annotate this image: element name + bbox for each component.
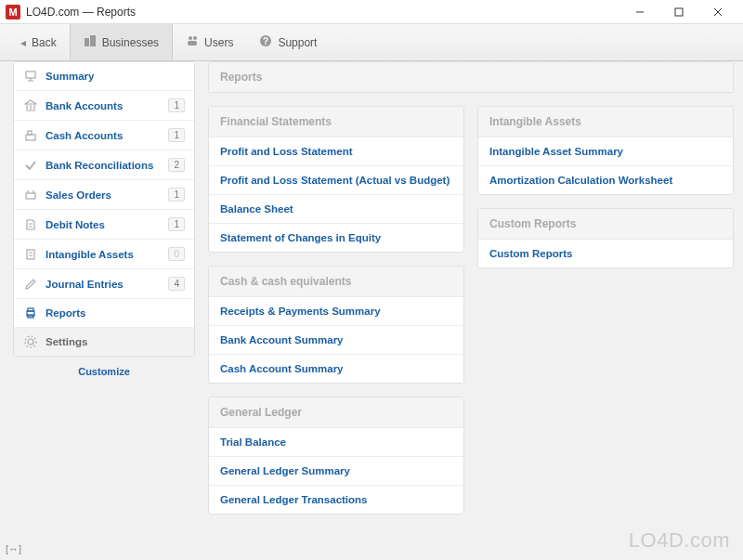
content-area: Summary Bank Accounts 1 Cash Accounts 1 … bbox=[0, 61, 743, 560]
sidebar-badge: 0 bbox=[168, 247, 185, 261]
sidebar-item-intangible-assets[interactable]: Intangible Assets 0 bbox=[14, 240, 194, 269]
users-icon bbox=[186, 34, 199, 50]
svg-rect-11 bbox=[26, 72, 35, 78]
sidebar-item-label: Summary bbox=[46, 71, 94, 82]
presentation-icon bbox=[23, 70, 38, 83]
sidebar-badge: 4 bbox=[168, 277, 185, 291]
sidebar-item-label: Debit Notes bbox=[46, 219, 105, 230]
sidebar-item-reports[interactable]: Reports bbox=[14, 299, 194, 328]
sidebar-item-debit-notes[interactable]: Debit Notes 1 bbox=[14, 210, 194, 240]
panel-custom-reports: Custom Reports Custom Reports bbox=[477, 208, 734, 268]
pencil-icon bbox=[23, 278, 38, 291]
printer-icon bbox=[23, 306, 38, 319]
sidebar-item-label: Reports bbox=[46, 307, 85, 319]
report-link[interactable]: Balance Sheet bbox=[209, 195, 463, 224]
titlebar: M LO4D.com — Reports bbox=[0, 0, 743, 24]
report-link[interactable]: Bank Account Summary bbox=[209, 326, 463, 355]
svg-point-33 bbox=[25, 336, 36, 347]
window-title: LO4D.com — Reports bbox=[26, 6, 136, 19]
sidebar-badge: 1 bbox=[168, 217, 185, 231]
main-panel: Reports Financial Statements Profit and … bbox=[195, 61, 743, 560]
svg-point-32 bbox=[28, 339, 33, 345]
sidebar-badge: 1 bbox=[168, 188, 185, 202]
panel-title: Financial Statements bbox=[209, 107, 463, 137]
check-icon bbox=[23, 159, 38, 172]
panel-title: Custom Reports bbox=[478, 209, 733, 240]
sidebar-badge: 1 bbox=[168, 98, 185, 112]
svg-rect-5 bbox=[90, 35, 96, 46]
customize-link[interactable]: Customize bbox=[13, 357, 195, 386]
svg-rect-26 bbox=[27, 250, 34, 259]
report-link[interactable]: Cash Account Summary bbox=[209, 355, 463, 383]
report-link[interactable]: Intangible Asset Summary bbox=[478, 137, 733, 166]
toolbar: ◂ Back Businesses Users ? Support bbox=[0, 24, 743, 61]
sidebar-item-label: Intangible Assets bbox=[46, 249, 134, 260]
sidebar-item-label: Settings bbox=[46, 336, 87, 347]
tab-businesses[interactable]: Businesses bbox=[70, 24, 173, 60]
sidebar-item-label: Bank Accounts bbox=[46, 100, 123, 111]
report-link[interactable]: Amortization Calculation Worksheet bbox=[478, 166, 733, 194]
svg-rect-30 bbox=[28, 308, 33, 311]
svg-rect-21 bbox=[26, 193, 35, 199]
chevron-left-icon: ◂ bbox=[20, 36, 26, 49]
panel-reports-header: Reports bbox=[208, 61, 734, 93]
sidebar-badge: 2 bbox=[168, 158, 185, 172]
sidebar-item-label: Cash Accounts bbox=[46, 130, 123, 141]
sidebar-item-cash-accounts[interactable]: Cash Accounts 1 bbox=[14, 121, 194, 150]
report-link[interactable]: Trial Balance bbox=[209, 428, 463, 457]
panel-cash-equivalents: Cash & cash equivalents Receipts & Payme… bbox=[208, 266, 464, 384]
panel-title: Intangible Assets bbox=[478, 107, 733, 137]
tab-support[interactable]: ? Support bbox=[246, 24, 330, 60]
svg-marker-14 bbox=[25, 100, 36, 104]
expand-icon[interactable]: [↔] bbox=[6, 543, 21, 554]
sidebar-item-label: Journal Entries bbox=[46, 279, 124, 290]
sidebar-item-summary[interactable]: Summary bbox=[14, 62, 194, 91]
svg-rect-4 bbox=[85, 38, 89, 46]
report-link[interactable]: Custom Reports bbox=[478, 240, 733, 267]
bank-icon bbox=[23, 99, 38, 112]
panel-title: Reports bbox=[209, 62, 733, 92]
buildings-icon bbox=[84, 34, 97, 50]
back-button[interactable]: ◂ Back bbox=[7, 24, 70, 60]
sidebar-item-bank-reconciliations[interactable]: Bank Reconciliations 2 bbox=[14, 150, 194, 180]
document-icon bbox=[23, 248, 38, 261]
sidebar: Summary Bank Accounts 1 Cash Accounts 1 … bbox=[0, 61, 195, 560]
report-link[interactable]: General Ledger Transactions bbox=[209, 486, 463, 514]
cash-register-icon bbox=[23, 129, 38, 142]
app-icon: M bbox=[6, 5, 20, 20]
sidebar-item-settings[interactable]: Settings bbox=[14, 328, 194, 356]
panel-financial-statements: Financial Statements Profit and Loss Sta… bbox=[208, 106, 464, 253]
minimize-button[interactable] bbox=[620, 1, 659, 23]
sidebar-badge: 1 bbox=[168, 128, 185, 142]
sidebar-item-sales-orders[interactable]: Sales Orders 1 bbox=[14, 180, 194, 210]
svg-point-6 bbox=[189, 36, 192, 40]
report-link[interactable]: Profit and Loss Statement (Actual vs Bud… bbox=[209, 166, 463, 195]
report-link[interactable]: General Ledger Summary bbox=[209, 457, 463, 486]
report-link[interactable]: Receipts & Payments Summary bbox=[209, 297, 463, 326]
sidebar-navlist: Summary Bank Accounts 1 Cash Accounts 1 … bbox=[13, 61, 195, 357]
svg-point-7 bbox=[193, 36, 197, 40]
gear-icon bbox=[23, 335, 38, 348]
svg-rect-1 bbox=[675, 8, 683, 16]
panel-general-ledger: General Ledger Trial Balance General Led… bbox=[208, 397, 464, 514]
close-button[interactable] bbox=[698, 1, 737, 23]
tab-support-label: Support bbox=[278, 36, 317, 49]
svg-rect-20 bbox=[28, 131, 32, 135]
maximize-button[interactable] bbox=[659, 1, 698, 23]
report-link[interactable]: Profit and Loss Statement bbox=[209, 137, 463, 166]
tab-users-label: Users bbox=[204, 36, 233, 49]
svg-rect-19 bbox=[26, 135, 35, 140]
panel-title: General Ledger bbox=[209, 397, 463, 428]
panel-title: Cash & cash equivalents bbox=[209, 267, 463, 297]
sidebar-item-journal-entries[interactable]: Journal Entries 4 bbox=[14, 269, 194, 299]
sidebar-item-bank-accounts[interactable]: Bank Accounts 1 bbox=[14, 91, 194, 121]
sidebar-item-label: Sales Orders bbox=[46, 189, 111, 201]
report-link[interactable]: Statement of Changes in Equity bbox=[209, 224, 463, 252]
back-label: Back bbox=[32, 36, 57, 49]
svg-rect-8 bbox=[188, 41, 197, 46]
sidebar-item-label: Bank Reconciliations bbox=[46, 160, 153, 171]
svg-text:?: ? bbox=[263, 36, 268, 46]
panel-intangible-assets: Intangible Assets Intangible Asset Summa… bbox=[477, 106, 734, 195]
cart-icon bbox=[23, 189, 38, 202]
tab-users[interactable]: Users bbox=[173, 24, 246, 60]
